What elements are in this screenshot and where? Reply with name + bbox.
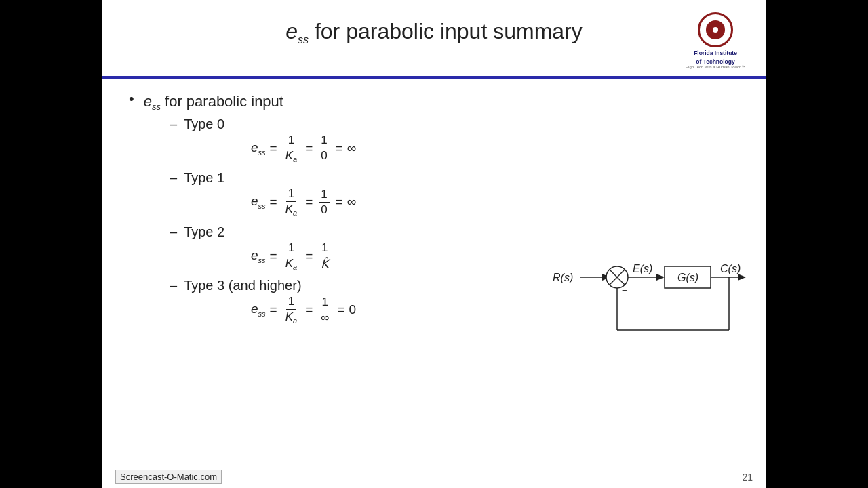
type1-text: Type 1 <box>184 170 224 186</box>
formula3-expr: ess = 1 Ka = 1 ∞ = 0 <box>251 295 356 325</box>
block-diagram: R(s) E(s) G(s) C(s) <box>549 242 746 350</box>
title-sub: ss <box>298 34 309 45</box>
f2-eq2: = <box>305 249 313 264</box>
f3-den2: ∞ <box>319 310 331 325</box>
slide-header: ess for parabolic input summary Florida … <box>102 0 766 69</box>
gs-label: G(s) <box>677 272 698 283</box>
f3-num2: 1 <box>320 296 330 310</box>
f2-num2: 1 <box>319 241 330 256</box>
f3-ess: ess <box>251 302 266 318</box>
dash0: – <box>170 117 177 132</box>
ess-sub: ss <box>152 102 161 113</box>
f1-den2: 0 <box>319 203 329 217</box>
f3-eq2: = <box>305 302 313 317</box>
dash3: – <box>170 278 177 293</box>
type0-text: Type 0 <box>184 117 224 132</box>
bullet-symbol: • <box>129 90 134 108</box>
f1-inf: ∞ <box>347 195 357 209</box>
ess-text: e <box>144 93 152 110</box>
f1-num1: 1 <box>286 187 296 202</box>
cs-label: C(s) <box>720 263 741 274</box>
f3-num1: 1 <box>286 295 296 310</box>
f2-frac2: 1 K̂ <box>319 241 330 271</box>
dash2: – <box>170 224 177 240</box>
f1-den1: Ka <box>283 202 299 217</box>
f2-eq1: = <box>270 249 277 264</box>
f3-frac2: 1 ∞ <box>319 296 331 325</box>
slide-footer: Screencast-O-Matic.com 21 <box>102 467 766 488</box>
type1-item: – Type 1 ess = 1 Ka = 1 0 <box>170 170 739 217</box>
type0-item: – Type 0 ess = 1 Ka = 1 0 <box>170 117 739 163</box>
f3-eq1: = <box>270 302 277 317</box>
f0-num1: 1 <box>286 134 296 148</box>
f2-ess: ess <box>251 248 266 264</box>
screencast-label: Screencast-O-Matic.com <box>115 470 222 484</box>
logo-inner <box>706 20 725 39</box>
logo-area: Florida Institute of Technology High Tec… <box>678 12 753 69</box>
f2-den2: K̂ <box>319 256 330 271</box>
formula1-expr: ess = 1 Ka = 1 0 = ∞ <box>251 187 356 217</box>
f3-frac1: 1 Ka <box>283 295 299 325</box>
f1-frac1: 1 Ka <box>283 187 299 217</box>
bullet-rest: for parabolic input <box>161 93 283 110</box>
dash1: – <box>170 170 177 186</box>
f2-frac1: 1 Ka <box>283 241 299 271</box>
f0-eq3: = <box>336 141 343 156</box>
rs-label: R(s) <box>553 272 573 283</box>
type3-text: Type 3 (and higher) <box>184 278 301 293</box>
f1-eq1: = <box>270 195 277 209</box>
f0-ess: ess <box>251 140 266 157</box>
page-number: 21 <box>742 472 753 483</box>
es-label: E(s) <box>633 263 652 274</box>
type0-label: – Type 0 <box>170 117 739 132</box>
f2-den1: Ka <box>283 256 299 271</box>
f3-zero: 0 <box>349 302 357 317</box>
arrow2 <box>656 274 665 281</box>
title-rest: for parabolic input summary <box>309 19 583 43</box>
f0-frac1: 1 Ka <box>283 134 299 163</box>
formula2-expr: ess = 1 Ka = 1 K̂ <box>251 241 332 271</box>
f0-inf: ∞ <box>347 141 357 156</box>
logo-name: Florida Institute <box>694 49 737 56</box>
type1-label: – Type 1 <box>170 170 739 186</box>
f1-frac2: 1 0 <box>319 188 329 217</box>
f0-den2: 0 <box>319 148 329 163</box>
f0-num2: 1 <box>319 134 329 148</box>
logo-tagline: High Tech with a Human Touch™ <box>686 65 746 69</box>
main-bullet: • ess for parabolic input <box>129 93 739 112</box>
title-ess: e <box>285 19 298 43</box>
f0-frac2: 1 0 <box>319 134 329 163</box>
slide-content: • ess for parabolic input – Type 0 ess =… <box>102 79 766 467</box>
f0-eq2: = <box>305 141 313 156</box>
logo-dot <box>713 27 718 33</box>
f3-eq3: = <box>337 302 344 317</box>
f1-eq3: = <box>336 195 343 209</box>
f2-num1: 1 <box>286 241 296 256</box>
type2-label: – Type 2 <box>170 224 739 240</box>
arrow3 <box>738 274 746 281</box>
logo-name2: of Technology <box>696 58 734 65</box>
type2-text: Type 2 <box>184 224 224 240</box>
type0-formula: ess = 1 Ka = 1 0 = ∞ <box>251 134 739 163</box>
f0-eq1: = <box>270 141 277 156</box>
slide: ess for parabolic input summary Florida … <box>102 0 766 488</box>
f1-ess: ess <box>251 194 266 210</box>
type1-formula: ess = 1 Ka = 1 0 = ∞ <box>251 187 739 217</box>
minus-sign: − <box>622 285 627 296</box>
f1-eq2: = <box>305 195 313 209</box>
formula0-expr: ess = 1 Ka = 1 0 = ∞ <box>251 134 356 163</box>
slide-title: ess for parabolic input summary <box>190 12 678 46</box>
block-diagram-svg: R(s) E(s) G(s) C(s) <box>549 242 746 350</box>
logo-circle <box>698 12 733 47</box>
f0-den1: Ka <box>283 148 299 163</box>
f1-num2: 1 <box>319 188 329 203</box>
main-bullet-text: ess for parabolic input <box>144 93 283 112</box>
f3-den1: Ka <box>283 310 299 325</box>
